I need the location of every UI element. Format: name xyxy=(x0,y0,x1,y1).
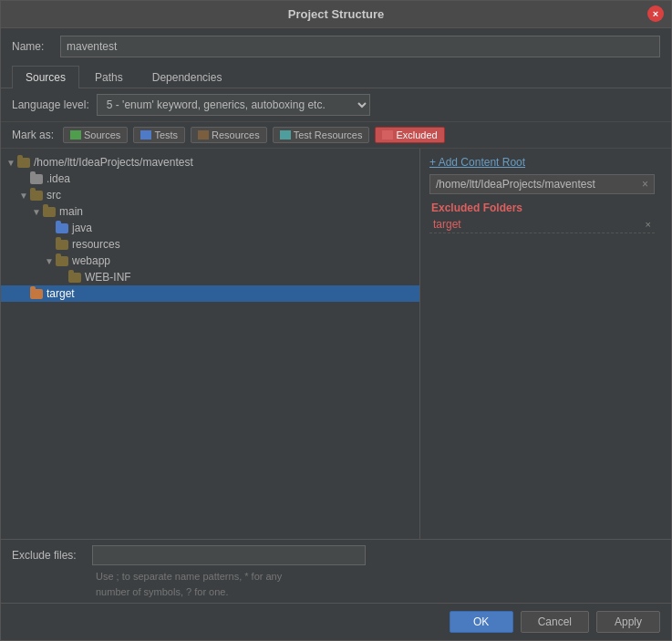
dialog-title: Project Structure xyxy=(288,7,384,21)
test-resources-folder-icon xyxy=(280,130,291,140)
list-item[interactable]: .idea xyxy=(1,171,419,187)
list-item[interactable]: java xyxy=(1,220,419,236)
tab-sources[interactable]: Sources xyxy=(12,66,79,88)
list-item[interactable]: WEB-INF xyxy=(1,269,419,285)
close-button[interactable]: × xyxy=(647,5,664,22)
excluded-item-remove-button[interactable]: × xyxy=(646,219,651,230)
excluded-item-name: target xyxy=(433,218,461,231)
bottom-section: Exclude files: Use ; to separate name pa… xyxy=(1,539,671,603)
project-structure-dialog: Project Structure × Name: Sources Paths … xyxy=(0,0,672,641)
content-root-header: /home/ltt/IdeaProjects/maventest × xyxy=(429,174,655,194)
language-row: Language level: 5 - 'enum' keyword, gene… xyxy=(1,88,671,122)
resources-label: resources xyxy=(72,238,120,251)
exclude-hint: Use ; to separate name patterns, * for a… xyxy=(12,569,660,599)
webinf-folder-icon xyxy=(68,273,81,283)
target-label: target xyxy=(47,287,75,300)
name-input[interactable] xyxy=(60,36,660,57)
webapp-label: webapp xyxy=(72,254,110,267)
resources-folder-icon-tree xyxy=(56,240,68,250)
src-folder-icon xyxy=(30,191,43,201)
sources-folder-icon xyxy=(70,130,81,140)
apply-button[interactable]: Apply xyxy=(596,611,660,633)
tabs-row: Sources Paths Dependencies xyxy=(1,65,671,88)
list-item[interactable]: target xyxy=(1,285,419,302)
ok-button[interactable]: OK xyxy=(450,611,513,633)
list-item[interactable]: resources xyxy=(1,236,419,253)
cancel-button[interactable]: Cancel xyxy=(521,611,589,633)
language-level-label: Language level: xyxy=(12,98,89,111)
main-content: ▼ /home/ltt/IdeaProjects/maventest .idea… xyxy=(1,149,671,539)
src-label: src xyxy=(47,189,61,202)
mark-excluded-button[interactable]: Excluded xyxy=(375,127,444,143)
exclude-files-label: Exclude files: xyxy=(12,549,85,562)
excluded-item: target × xyxy=(429,216,655,233)
excluded-folder-icon xyxy=(382,130,393,140)
mark-resources-button[interactable]: Resources xyxy=(191,127,267,143)
language-level-select[interactable]: 5 - 'enum' keyword, generics, autoboxing… xyxy=(97,94,370,116)
excluded-folders-label: Excluded Folders xyxy=(431,202,655,214)
webapp-folder-icon xyxy=(56,256,68,266)
exclude-files-row: Exclude files: xyxy=(12,545,660,565)
content-root-close-button[interactable]: × xyxy=(642,178,648,191)
right-panel: + Add Content Root /home/ltt/IdeaProject… xyxy=(420,149,664,539)
tree-panel: ▼ /home/ltt/IdeaProjects/maventest .idea… xyxy=(1,149,420,539)
content-root-path: /home/ltt/IdeaProjects/maventest xyxy=(436,178,595,191)
target-folder-icon xyxy=(30,289,43,299)
name-label: Name: xyxy=(12,40,53,53)
list-item[interactable]: ▼ main xyxy=(1,203,419,220)
tab-paths[interactable]: Paths xyxy=(81,66,137,88)
main-folder-icon xyxy=(43,207,56,217)
idea-label: .idea xyxy=(47,172,70,185)
mark-as-row: Mark as: Sources Tests Resources Test Re… xyxy=(1,122,671,149)
webinf-label: WEB-INF xyxy=(85,271,131,284)
tab-dependencies[interactable]: Dependencies xyxy=(139,66,236,88)
buttons-row: OK Cancel Apply xyxy=(1,603,671,640)
java-folder-icon xyxy=(56,223,68,233)
add-content-root-link[interactable]: + Add Content Root xyxy=(429,156,655,169)
list-item[interactable]: ▼ src xyxy=(1,187,419,203)
scrollbar[interactable] xyxy=(664,149,671,539)
mark-sources-button[interactable]: Sources xyxy=(63,127,128,143)
idea-folder-icon xyxy=(30,174,43,184)
title-bar: Project Structure × xyxy=(1,1,671,28)
list-item[interactable]: ▼ webapp xyxy=(1,253,419,269)
main-label: main xyxy=(59,205,83,218)
java-label: java xyxy=(72,222,92,234)
root-label: /home/ltt/IdeaProjects/maventest xyxy=(34,156,193,169)
name-row: Name: xyxy=(1,28,671,65)
tree-root[interactable]: ▼ /home/ltt/IdeaProjects/maventest xyxy=(1,154,419,171)
tests-folder-icon xyxy=(140,130,151,140)
mark-tests-button[interactable]: Tests xyxy=(133,127,185,143)
exclude-files-input[interactable] xyxy=(92,545,366,565)
root-folder-icon xyxy=(17,158,30,168)
resources-folder-icon xyxy=(198,130,209,140)
mark-as-label: Mark as: xyxy=(12,129,54,141)
mark-test-resources-button[interactable]: Test Resources xyxy=(273,127,370,143)
